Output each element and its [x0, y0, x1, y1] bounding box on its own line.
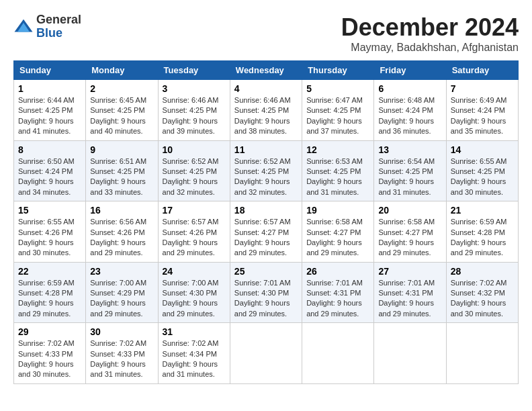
cell-content: Sunrise: 6:57 AMSunset: 4:26 PMDaylight:…: [163, 218, 219, 257]
calendar-cell: 10 Sunrise: 6:52 AMSunset: 4:25 PMDaylig…: [158, 140, 230, 201]
calendar-cell: 2 Sunrise: 6:45 AMSunset: 4:25 PMDayligh…: [86, 80, 158, 141]
month-title: December 2024: [341, 13, 519, 42]
calendar-cell: 15 Sunrise: 6:55 AMSunset: 4:26 PMDaylig…: [14, 201, 86, 263]
cell-content: Sunrise: 6:44 AMSunset: 4:25 PMDaylight:…: [18, 96, 75, 135]
day-number: 2: [90, 83, 153, 94]
cell-content: Sunrise: 7:02 AMSunset: 4:34 PMDaylight:…: [163, 339, 219, 378]
cell-content: Sunrise: 6:46 AMSunset: 4:25 PMDaylight:…: [163, 96, 219, 135]
calendar-cell: [230, 323, 302, 384]
cell-content: Sunrise: 6:56 AMSunset: 4:26 PMDaylight:…: [90, 218, 146, 257]
calendar-cell: 19 Sunrise: 6:58 AMSunset: 4:27 PMDaylig…: [302, 201, 374, 263]
cell-content: Sunrise: 6:53 AMSunset: 4:25 PMDaylight:…: [306, 157, 363, 196]
cell-content: Sunrise: 7:01 AMSunset: 4:30 PMDaylight:…: [234, 279, 291, 318]
day-number: 31: [163, 326, 226, 337]
calendar-cell: 23 Sunrise: 7:00 AMSunset: 4:29 PMDaylig…: [86, 262, 158, 323]
location-title: Maymay, Badakhshan, Afghanistan: [341, 42, 519, 54]
day-number: 16: [90, 205, 153, 216]
header-saturday: Saturday: [446, 61, 518, 80]
cell-content: Sunrise: 6:52 AMSunset: 4:25 PMDaylight:…: [234, 157, 291, 196]
day-number: 11: [234, 144, 298, 155]
day-number: 23: [90, 266, 153, 277]
header-tuesday: Tuesday: [158, 61, 230, 80]
day-number: 29: [18, 326, 81, 337]
cell-content: Sunrise: 7:01 AMSunset: 4:31 PMDaylight:…: [378, 279, 435, 318]
cell-content: Sunrise: 6:59 AMSunset: 4:28 PMDaylight:…: [18, 279, 75, 318]
day-number: 5: [306, 83, 369, 94]
day-number: 15: [18, 205, 81, 216]
calendar-cell: 28 Sunrise: 7:02 AMSunset: 4:32 PMDaylig…: [446, 262, 518, 323]
cell-content: Sunrise: 6:59 AMSunset: 4:28 PMDaylight:…: [451, 218, 507, 257]
calendar-cell: [446, 323, 518, 384]
cell-content: Sunrise: 6:55 AMSunset: 4:26 PMDaylight:…: [18, 218, 75, 257]
calendar-cell: 11 Sunrise: 6:52 AMSunset: 4:25 PMDaylig…: [230, 140, 302, 201]
day-number: 20: [378, 205, 441, 216]
day-number: 17: [163, 205, 226, 216]
calendar-cell: 13 Sunrise: 6:54 AMSunset: 4:25 PMDaylig…: [374, 140, 446, 201]
cell-content: Sunrise: 6:57 AMSunset: 4:27 PMDaylight:…: [234, 218, 291, 257]
day-number: 8: [18, 144, 81, 155]
header-friday: Friday: [374, 61, 446, 80]
day-number: 26: [306, 266, 369, 277]
header-row: SundayMondayTuesdayWednesdayThursdayFrid…: [14, 61, 519, 80]
calendar-cell: 31 Sunrise: 7:02 AMSunset: 4:34 PMDaylig…: [158, 323, 230, 384]
page-header: General Blue December 2024 Maymay, Badak…: [13, 13, 519, 54]
day-number: 7: [451, 83, 514, 94]
cell-content: Sunrise: 6:58 AMSunset: 4:27 PMDaylight:…: [378, 218, 435, 257]
day-number: 18: [234, 205, 298, 216]
calendar-cell: 3 Sunrise: 6:46 AMSunset: 4:25 PMDayligh…: [158, 80, 230, 141]
calendar-cell: 5 Sunrise: 6:47 AMSunset: 4:25 PMDayligh…: [302, 80, 374, 141]
calendar-cell: 26 Sunrise: 7:01 AMSunset: 4:31 PMDaylig…: [302, 262, 374, 323]
calendar-cell: 14 Sunrise: 6:55 AMSunset: 4:25 PMDaylig…: [446, 140, 518, 201]
calendar-table: SundayMondayTuesdayWednesdayThursdayFrid…: [13, 60, 519, 384]
calendar-cell: 6 Sunrise: 6:48 AMSunset: 4:24 PMDayligh…: [374, 80, 446, 141]
cell-content: Sunrise: 7:00 AMSunset: 4:29 PMDaylight:…: [90, 279, 146, 318]
week-row-2: 8 Sunrise: 6:50 AMSunset: 4:24 PMDayligh…: [14, 140, 519, 201]
calendar-cell: 7 Sunrise: 6:49 AMSunset: 4:24 PMDayligh…: [446, 80, 518, 141]
calendar-cell: 16 Sunrise: 6:56 AMSunset: 4:26 PMDaylig…: [86, 201, 158, 263]
day-number: 13: [378, 144, 441, 155]
calendar-cell: 12 Sunrise: 6:53 AMSunset: 4:25 PMDaylig…: [302, 140, 374, 201]
cell-content: Sunrise: 6:50 AMSunset: 4:24 PMDaylight:…: [18, 157, 75, 196]
day-number: 21: [451, 205, 514, 216]
header-wednesday: Wednesday: [230, 61, 302, 80]
header-monday: Monday: [86, 61, 158, 80]
day-number: 10: [163, 144, 226, 155]
week-row-4: 22 Sunrise: 6:59 AMSunset: 4:28 PMDaylig…: [14, 262, 519, 323]
calendar-cell: 8 Sunrise: 6:50 AMSunset: 4:24 PMDayligh…: [14, 140, 86, 201]
day-number: 25: [234, 266, 298, 277]
calendar-cell: 17 Sunrise: 6:57 AMSunset: 4:26 PMDaylig…: [158, 201, 230, 263]
calendar-cell: [374, 323, 446, 384]
day-number: 14: [451, 144, 514, 155]
day-number: 22: [18, 266, 81, 277]
cell-content: Sunrise: 7:01 AMSunset: 4:31 PMDaylight:…: [306, 279, 363, 318]
logo-text: General Blue: [36, 13, 81, 40]
cell-content: Sunrise: 7:02 AMSunset: 4:33 PMDaylight:…: [90, 339, 146, 378]
cell-content: Sunrise: 6:55 AMSunset: 4:25 PMDaylight:…: [451, 157, 507, 196]
day-number: 12: [306, 144, 369, 155]
day-number: 4: [234, 83, 298, 94]
day-number: 3: [163, 83, 226, 94]
cell-content: Sunrise: 6:47 AMSunset: 4:25 PMDaylight:…: [306, 96, 363, 135]
day-number: 27: [378, 266, 441, 277]
calendar-cell: 20 Sunrise: 6:58 AMSunset: 4:27 PMDaylig…: [374, 201, 446, 263]
week-row-5: 29 Sunrise: 7:02 AMSunset: 4:33 PMDaylig…: [14, 323, 519, 384]
cell-content: Sunrise: 6:54 AMSunset: 4:25 PMDaylight:…: [378, 157, 435, 196]
calendar-cell: 25 Sunrise: 7:01 AMSunset: 4:30 PMDaylig…: [230, 262, 302, 323]
day-number: 6: [378, 83, 441, 94]
cell-content: Sunrise: 6:49 AMSunset: 4:24 PMDaylight:…: [451, 96, 507, 135]
cell-content: Sunrise: 7:02 AMSunset: 4:33 PMDaylight:…: [18, 339, 75, 378]
header-thursday: Thursday: [302, 61, 374, 80]
calendar-cell: 29 Sunrise: 7:02 AMSunset: 4:33 PMDaylig…: [14, 323, 86, 384]
day-number: 9: [90, 144, 153, 155]
title-block: December 2024 Maymay, Badakhshan, Afghan…: [341, 13, 519, 54]
calendar-cell: [302, 323, 374, 384]
calendar-cell: 18 Sunrise: 6:57 AMSunset: 4:27 PMDaylig…: [230, 201, 302, 263]
header-sunday: Sunday: [14, 61, 86, 80]
logo-icon: [13, 17, 34, 37]
calendar-cell: 22 Sunrise: 6:59 AMSunset: 4:28 PMDaylig…: [14, 262, 86, 323]
cell-content: Sunrise: 6:48 AMSunset: 4:24 PMDaylight:…: [378, 96, 435, 135]
day-number: 24: [163, 266, 226, 277]
logo: General Blue: [13, 13, 81, 40]
calendar-cell: 9 Sunrise: 6:51 AMSunset: 4:25 PMDayligh…: [86, 140, 158, 201]
calendar-cell: 1 Sunrise: 6:44 AMSunset: 4:25 PMDayligh…: [14, 80, 86, 141]
